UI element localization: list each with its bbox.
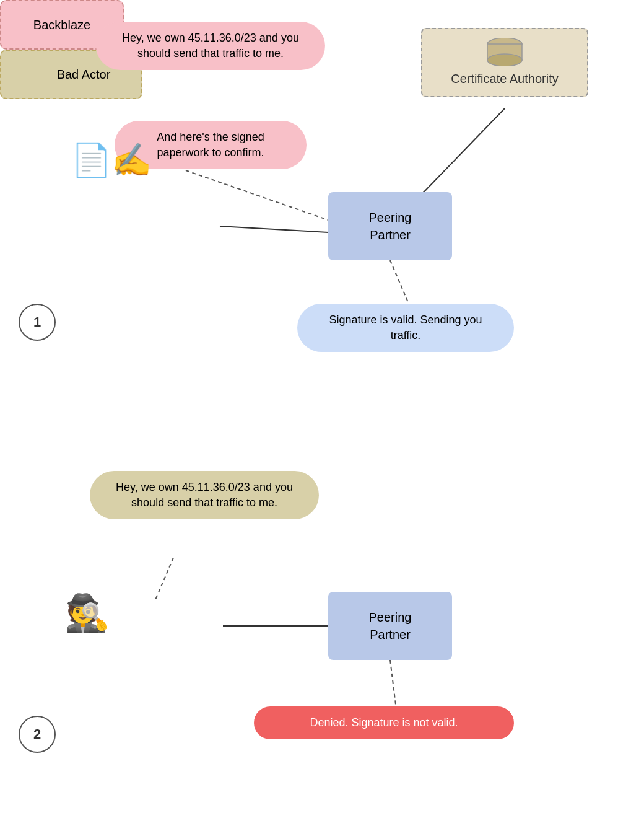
svg-line-0	[412, 108, 505, 205]
svg-point-9	[487, 54, 522, 66]
section-divider	[25, 403, 619, 403]
bad-actor-label: Bad Actor	[57, 68, 111, 82]
diagram2-claim-bubble: Hey, we own 45.11.36.0/23 and you should…	[90, 471, 319, 519]
certificate-authority-box: Certificate Authority	[421, 28, 588, 97]
cylinder-icon	[486, 38, 523, 66]
svg-line-2	[186, 170, 328, 220]
diagram1-claim-bubble: Hey, we own 45.11.36.0/23 and you should…	[96, 22, 325, 70]
backblaze-label: Backblaze	[33, 18, 90, 32]
svg-line-3	[390, 260, 409, 304]
diagram2-peering-partner: Peering Partner	[328, 592, 452, 660]
diagram1-badge: 1	[19, 304, 56, 341]
diagram2-badge: 2	[19, 716, 56, 753]
connector-lines	[0, 0, 644, 818]
svg-line-5	[155, 558, 173, 601]
hacker-icon: 🕵️	[65, 595, 110, 631]
ca-label: Certificate Authority	[451, 70, 558, 87]
svg-line-1	[220, 226, 328, 232]
diagram-container: Hey, we own 45.11.36.0/23 and you should…	[0, 0, 644, 818]
diagram1-peering-label: Peering Partner	[369, 209, 412, 244]
diagram1-peering-partner: Peering Partner	[328, 192, 452, 260]
document-icon: 📄✍️	[71, 141, 152, 179]
diagram1-response-bubble: Signature is valid. Sending you traffic.	[297, 304, 514, 352]
diagram2-peering-label: Peering Partner	[369, 609, 412, 643]
svg-line-6	[390, 660, 396, 710]
diagram2-denied-bubble: Denied. Signature is not valid.	[254, 706, 514, 739]
